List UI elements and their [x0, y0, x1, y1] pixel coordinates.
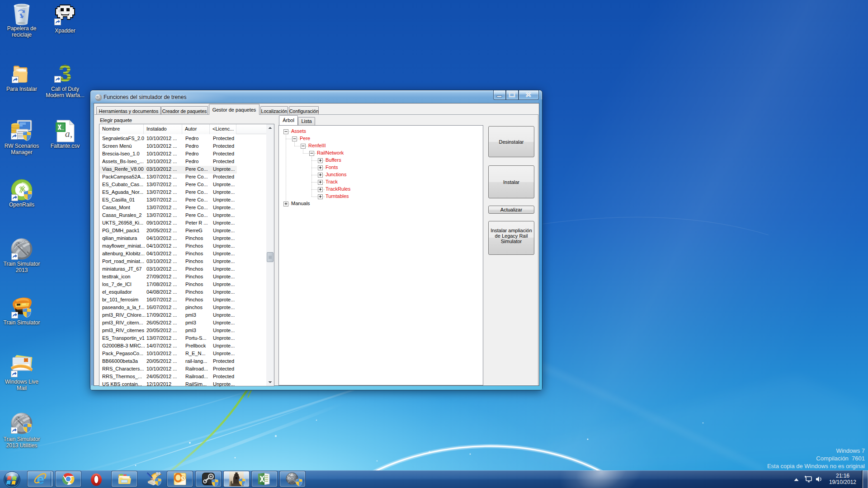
- svg-text:99: 99: [156, 471, 160, 476]
- svg-text:a,: a,: [65, 128, 73, 139]
